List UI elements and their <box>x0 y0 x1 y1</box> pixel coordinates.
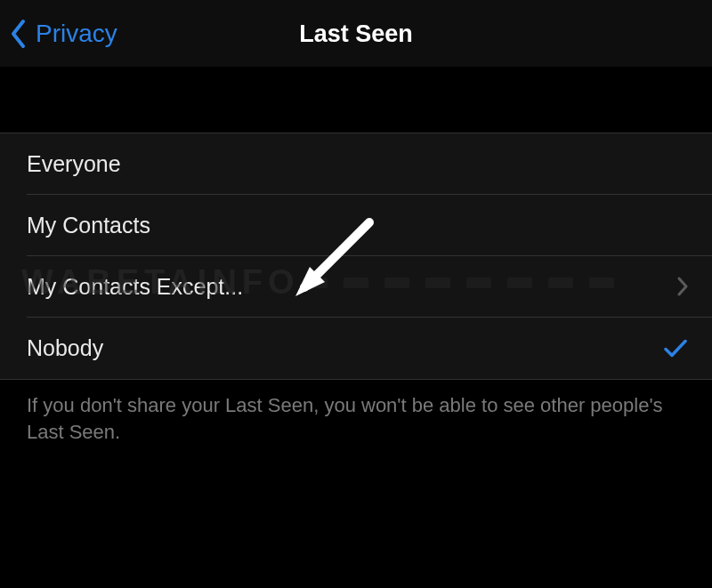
option-label: My Contacts <box>27 213 150 238</box>
option-nobody[interactable]: Nobody <box>0 318 712 379</box>
back-button[interactable]: Privacy <box>9 19 117 49</box>
chevron-left-icon <box>9 19 27 49</box>
option-label: My Contacts Except... <box>27 274 243 300</box>
option-label: Everyone <box>27 151 121 177</box>
option-label: Nobody <box>27 335 103 361</box>
chevron-right-icon <box>676 272 689 302</box>
spacer <box>0 67 712 133</box>
option-my-contacts-except[interactable]: My Contacts Except... <box>0 256 712 318</box>
option-my-contacts[interactable]: My Contacts <box>0 195 712 256</box>
option-everyone[interactable]: Everyone <box>0 133 712 195</box>
navigation-bar: Privacy Last Seen <box>0 0 712 67</box>
footer-note: If you don't share your Last Seen, you w… <box>0 380 712 457</box>
page-title: Last Seen <box>299 20 413 47</box>
options-list: Everyone My Contacts My Contacts Except.… <box>0 133 712 380</box>
back-label: Privacy <box>36 20 117 48</box>
checkmark-icon <box>664 332 687 365</box>
